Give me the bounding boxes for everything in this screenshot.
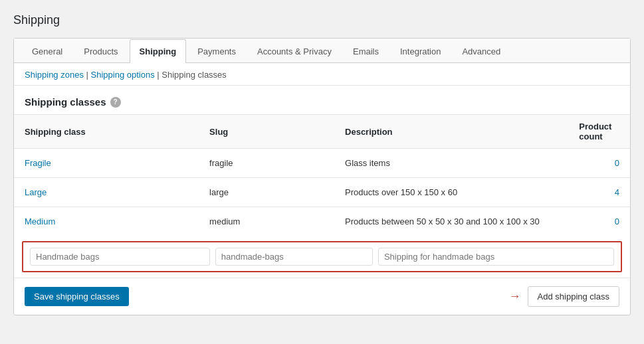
row-2-class-link[interactable]: Large (25, 187, 47, 197)
breadcrumb-shipping-options[interactable]: Shipping options (91, 70, 155, 80)
breadcrumb-current: Shipping classes (161, 70, 227, 80)
shipping-table: Shipping class Slug Description Product … (14, 114, 630, 236)
add-shipping-class-button[interactable]: Add shipping class (528, 286, 619, 307)
tab-advanced[interactable]: Advanced (452, 39, 510, 63)
section-heading: Shipping classes ? (14, 86, 630, 114)
section-title: Shipping classes (25, 96, 106, 108)
save-shipping-classes-button[interactable]: Save shipping classes (25, 287, 129, 306)
table-row: Fragile fragile Glass items 0 (14, 149, 630, 178)
row-2-description: Products over 150 x 150 x 60 (334, 178, 568, 207)
col-header-description: Description (334, 115, 568, 149)
row-1-class-link[interactable]: Fragile (25, 158, 51, 168)
table-row: Medium medium Products between 50 x 50 x… (14, 207, 630, 236)
new-class-description-input[interactable] (378, 248, 614, 266)
help-icon[interactable]: ? (110, 97, 121, 108)
row-3-description: Products between 50 x 50 x 30 and 100 x … (334, 207, 568, 236)
row-1-product-count: 0 (568, 149, 630, 178)
row-1-shipping-class: Fragile (14, 149, 199, 178)
tab-emails[interactable]: Emails (343, 39, 389, 63)
new-class-name-input[interactable] (30, 248, 210, 266)
row-2-product-count: 4 (568, 178, 630, 207)
row-3-slug: medium (199, 207, 334, 236)
tab-accounts-privacy[interactable]: Accounts & Privacy (247, 39, 342, 63)
col-header-shipping-class: Shipping class (14, 115, 199, 149)
col-header-slug: Slug (199, 115, 334, 149)
tab-products[interactable]: Products (74, 39, 128, 63)
row-1-description: Glass items (334, 149, 568, 178)
row-2-shipping-class: Large (14, 178, 199, 207)
table-header-row: Shipping class Slug Description Product … (14, 115, 630, 149)
table-row: Large large Products over 150 x 150 x 60… (14, 178, 630, 207)
row-3-product-count: 0 (568, 207, 630, 236)
new-class-slug-input[interactable] (215, 248, 373, 266)
breadcrumb-shipping-zones[interactable]: Shipping zones (25, 70, 84, 80)
tab-payments[interactable]: Payments (187, 39, 246, 63)
tab-shipping[interactable]: Shipping (130, 39, 187, 63)
row-3-class-link[interactable]: Medium (25, 216, 55, 226)
breadcrumb: Shipping zones | Shipping options | Ship… (14, 63, 630, 86)
col-header-product-count: Product count (568, 115, 630, 149)
new-shipping-class-row (22, 241, 622, 272)
add-shipping-section: → Add shipping class (509, 286, 619, 307)
card-footer: Save shipping classes → Add shipping cla… (14, 278, 630, 315)
arrow-icon: → (509, 290, 521, 303)
row-1-slug: fragile (199, 149, 334, 178)
tabs-bar: General Products Shipping Payments Accou… (14, 39, 630, 63)
tab-integration[interactable]: Integration (390, 39, 451, 63)
page-title: Shipping (13, 13, 631, 27)
row-3-shipping-class: Medium (14, 207, 199, 236)
row-2-slug: large (199, 178, 334, 207)
tab-general[interactable]: General (22, 39, 72, 63)
